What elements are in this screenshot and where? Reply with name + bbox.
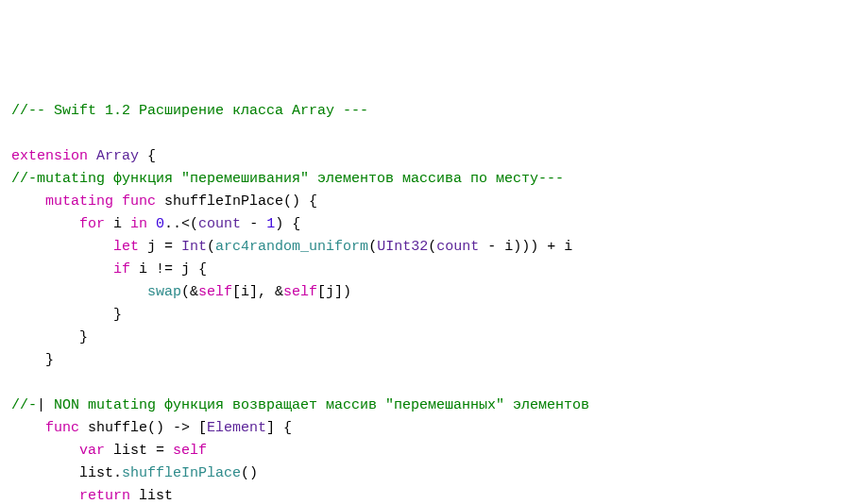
keyword-self: self [283,284,317,300]
text: () [241,465,258,481]
brace: { [139,148,156,164]
text: - i))) + i [479,239,572,255]
property-count: count [436,239,479,255]
indent [11,488,79,504]
text: (& [181,284,198,300]
indent [11,465,79,481]
keyword-self: self [173,443,207,459]
text: - [241,216,266,232]
keyword-for: for [79,216,105,232]
func-swap: swap [147,284,181,300]
indent [11,443,79,459]
text: ) { [275,216,300,232]
text: ( [368,239,377,255]
text: i [105,216,130,232]
keyword-in: in [130,216,147,232]
text: ..<( [164,216,198,232]
type-element: Element [207,420,266,436]
keyword-let: let [113,239,139,255]
indent [11,193,45,210]
indent [11,284,147,300]
func-arc4random: arc4random_uniform [215,239,368,255]
code-block: //-- Swift 1.2 Расширение класса Array -… [11,100,839,504]
number-literal: 0 [156,216,164,232]
indent [11,216,79,232]
text: ( [207,239,215,255]
type-array: Array [96,148,139,164]
text: list. [79,465,122,481]
text: ] { [266,420,292,436]
number-literal: 1 [266,216,275,232]
text: ( [428,239,436,255]
type-int: Int [181,239,207,255]
text: [j]) [317,284,351,300]
text [147,216,156,232]
comment-line: //-| NON mutating функция возвращает мас… [11,397,589,413]
keyword-if: if [113,261,130,277]
keyword-extension: extension [11,148,88,164]
indent [11,239,113,255]
indent [11,420,45,436]
text: list [130,488,173,504]
brace-close: } [11,307,122,323]
text: j = [139,239,181,255]
brace-close: } [11,352,54,368]
keyword-return: return [79,488,130,504]
keyword-self: self [198,284,232,300]
func-name: shuffleInPlace() { [156,193,317,210]
text-cursor: | [37,397,45,413]
func-shuffleinplace: shuffleInPlace [122,465,241,481]
keyword-func: func [122,193,156,210]
comment-line: //-mutating функция "перемешивания" элем… [11,171,564,187]
text: list = [105,443,173,459]
brace-close: } [11,329,88,345]
text: i != j { [130,261,207,277]
keyword-func: func [45,420,79,436]
type-uint32: UInt32 [377,239,428,255]
comment-line: //-- Swift 1.2 Расширение класса Array -… [11,103,368,119]
keyword-mutating: mutating [45,193,113,210]
indent [11,261,113,277]
property-count: count [198,216,241,232]
text: [i], & [232,284,283,300]
keyword-var: var [79,443,105,459]
func-name: shuffle() -> [ [79,420,207,436]
